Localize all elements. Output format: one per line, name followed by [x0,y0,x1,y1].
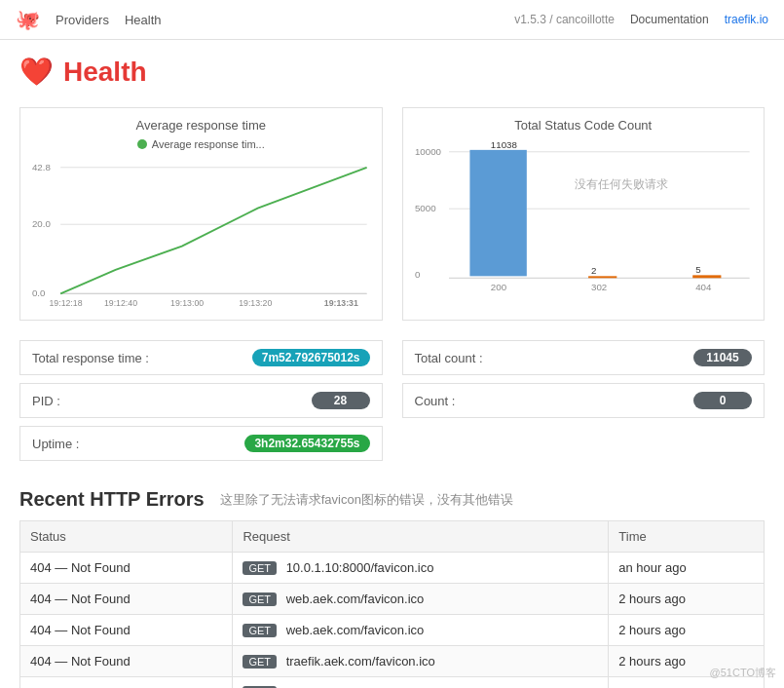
page-title-text: Health [63,57,147,88]
cell-request: GET 10.0.1.10:8000/favicon.ico [233,553,609,584]
cell-time: 2 hours ago [609,615,765,646]
cell-request: GET web.aek.com/favicon.ico [233,615,609,646]
cell-status: 404 — Not Found [20,646,233,677]
table-row: 404 — Not Found GET web.aek.com/favicon.… [20,615,765,646]
svg-rect-24 [692,275,721,278]
avg-response-title: Average response time [30,118,372,133]
navbar: 🐙 Providers Health v1.5.3 / cancoillotte… [0,0,784,40]
svg-text:19:13:31: 19:13:31 [324,298,358,308]
page-title: ❤️ Health [19,56,765,88]
cell-status: 404 — Not Found [20,615,233,646]
errors-section: Recent HTTP Errors 这里除了无法请求favicon图标的错误，… [19,488,765,688]
avg-response-svg: 42.8 20.0 0.0 19:12:18 19:12:40 19:13:00 [30,154,372,310]
stat-value-count: 0 [693,392,752,409]
svg-text:19:12:40: 19:12:40 [104,298,137,308]
col-status: Status [20,521,233,553]
page-content: ❤️ Health Average response time Average … [0,40,784,688]
request-url: web.aek.com/favicon.ico [286,623,425,637]
method-badge: GET [243,592,277,606]
svg-text:10000: 10000 [414,146,441,157]
stat-count: Count : 0 [402,383,765,418]
cell-status: 404 — Not Found [20,677,233,689]
request-url: traefik.aek.com/favicon.ico [286,654,435,669]
stats-right: Total count : 11045 Count : 0 [402,340,765,469]
avg-response-legend: Average response tim... [30,138,372,150]
svg-text:20.0: 20.0 [32,218,52,229]
nav-health[interactable]: Health [125,13,162,27]
status-code-chart-wrap: 10000 5000 0 11038 200 2 302 [413,138,755,294]
stat-total-count: Total count : 11045 [402,340,765,375]
cell-request: GET traefik.aek.com/favicon.ico [233,646,609,677]
navbar-version: v1.5.3 / cancoillotte [514,13,615,26]
method-badge: GET [243,624,277,637]
svg-text:0.0: 0.0 [32,287,46,298]
stat-label-total-count: Total count : [415,351,694,365]
svg-text:19:13:20: 19:13:20 [239,298,272,308]
stat-label-count: Count : [415,394,694,408]
method-badge: GET [243,655,277,669]
col-request: Request [233,521,609,553]
errors-header: Recent HTTP Errors 这里除了无法请求favicon图标的错误，… [19,488,765,511]
navbar-documentation[interactable]: Documentation [630,13,709,26]
svg-text:19:13:00: 19:13:00 [170,298,204,308]
watermark: @51CTO博客 [710,666,776,680]
charts-row: Average response time Average response t… [19,107,765,321]
cell-request: GET web.aek.com/favicon.ico [233,584,609,615]
cell-time: 2 hours ago [609,584,765,615]
avg-response-chart: Average response time Average response t… [19,107,383,321]
cell-time: an hour ago [609,553,765,584]
col-time: Time [609,521,765,553]
svg-rect-18 [469,150,526,276]
svg-text:302: 302 [591,282,607,292]
request-url: 10.0.1.10:8000/favicon.ico [286,560,434,575]
stat-label-pid: PID : [32,394,312,408]
navbar-logo: 🐙 [16,8,40,31]
stat-value-uptime: 3h2m32.65432755s [244,435,369,452]
nav-providers[interactable]: Providers [56,13,109,27]
legend-dot [137,139,147,149]
svg-text:0: 0 [414,269,420,280]
stat-pid: PID : 28 [19,383,383,418]
heart-icon: ❤️ [19,56,54,88]
errors-table: Status Request Time 404 — Not Found GET … [19,520,765,688]
stat-total-response-time: Total response time : 7m52.792675012s [19,340,383,375]
cell-status: 404 — Not Found [20,553,233,584]
stats-row: Total response time : 7m52.792675012s PI… [19,340,765,469]
stat-uptime: Uptime : 3h2m32.65432755s [19,426,383,461]
status-code-svg: 10000 5000 0 11038 200 2 302 [413,138,755,294]
errors-annotation: 这里除了无法请求favicon图标的错误，没有其他错误 [220,491,513,509]
table-row: 404 — Not Found GET traefik.aek.com/favi… [20,677,765,689]
status-code-chart: Total Status Code Count 10000 5000 0 110… [402,107,765,321]
method-badge: GET [243,561,277,575]
navbar-traefik-link[interactable]: traefik.io [725,13,768,26]
request-url: web.aek.com/favicon.ico [286,592,425,606]
avg-response-chart-wrap: 42.8 20.0 0.0 19:12:18 19:12:40 19:13:00 [30,154,372,310]
cell-request: GET traefik.aek.com/favicon.ico [233,677,609,689]
errors-table-header-row: Status Request Time [20,521,765,553]
errors-table-body: 404 — Not Found GET 10.0.1.10:8000/favic… [20,553,765,689]
svg-text:200: 200 [490,282,506,292]
svg-rect-21 [588,276,616,278]
svg-text:5000: 5000 [414,203,435,213]
stat-label-total-response: Total response time : [32,351,252,365]
table-row: 404 — Not Found GET web.aek.com/favicon.… [20,584,765,615]
svg-text:19:12:18: 19:12:18 [49,298,82,308]
table-row: 404 — Not Found GET traefik.aek.com/favi… [20,646,765,677]
stat-label-uptime: Uptime : [32,437,244,451]
svg-text:没有任何失败请求: 没有任何失败请求 [574,177,667,190]
errors-table-head: Status Request Time [20,521,765,553]
svg-text:5: 5 [695,264,700,275]
stat-value-total-response: 7m52.792675012s [252,349,370,366]
stats-left: Total response time : 7m52.792675012s PI… [19,340,383,469]
errors-title: Recent HTTP Errors [19,488,205,511]
svg-text:404: 404 [695,282,712,292]
svg-text:42.8: 42.8 [32,162,51,172]
stat-value-total-count: 11045 [693,349,752,366]
cell-status: 404 — Not Found [20,584,233,615]
table-row: 404 — Not Found GET 10.0.1.10:8000/favic… [20,553,765,584]
svg-text:11038: 11038 [490,139,516,150]
svg-text:2: 2 [591,265,596,276]
legend-label: Average response tim... [152,138,265,150]
stat-value-pid: 28 [312,392,370,409]
status-code-title: Total Status Code Count [413,118,755,133]
